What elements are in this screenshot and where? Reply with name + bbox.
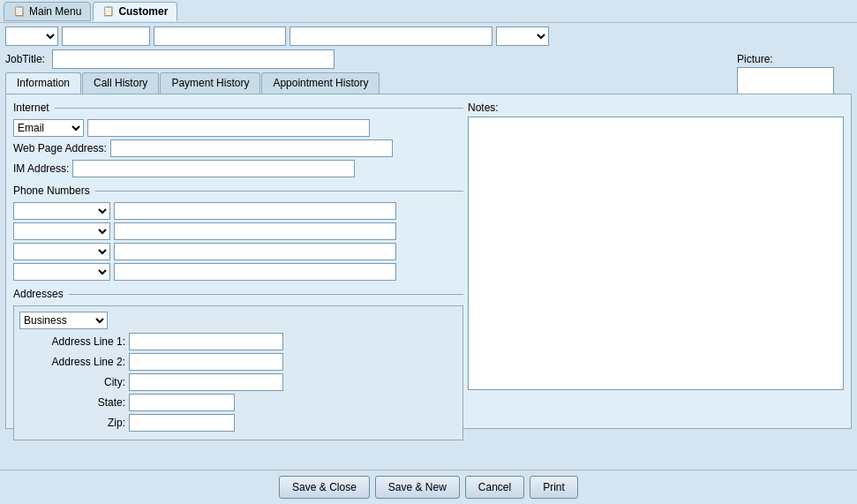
address-line1-input[interactable] bbox=[129, 333, 283, 350]
main-menu-tab[interactable]: 📋 Main Menu bbox=[4, 2, 91, 21]
phone-type-select-1[interactable]: BusinessHomeMobileFax bbox=[13, 202, 110, 220]
middle-name-input[interactable] bbox=[154, 26, 286, 46]
webpage-input[interactable] bbox=[110, 139, 393, 157]
address-line2-label: Address Line 2: bbox=[28, 356, 125, 368]
phone-type-select-3[interactable]: BusinessHomeMobileFax bbox=[13, 243, 110, 260]
state-row: State: bbox=[28, 394, 457, 411]
save-close-button[interactable]: Save & Close bbox=[279, 476, 370, 499]
phone-type-select-2[interactable]: BusinessHomeMobileFax bbox=[13, 222, 110, 240]
address-type-row: Business Home Other bbox=[19, 312, 457, 329]
zip-input[interactable] bbox=[129, 414, 235, 432]
phone-input-1[interactable] bbox=[114, 202, 396, 220]
main-menu-icon: 📋 bbox=[13, 5, 26, 17]
address-fields: Address Line 1: Address Line 2: City: bbox=[28, 333, 457, 432]
tab-information[interactable]: Information bbox=[5, 72, 81, 94]
print-button[interactable]: Print bbox=[530, 476, 578, 499]
picture-label: Picture: bbox=[737, 53, 843, 65]
suffix-select[interactable]: Jr. Sr. II III bbox=[496, 26, 549, 46]
state-label: State: bbox=[28, 396, 125, 409]
zip-row: Zip: bbox=[28, 414, 457, 432]
cancel-button[interactable]: Cancel bbox=[465, 476, 524, 499]
address-section-header: Addresses bbox=[13, 288, 463, 300]
notes-textarea[interactable] bbox=[468, 117, 844, 390]
address-line2-row: Address Line 2: bbox=[28, 353, 457, 371]
zip-label: Zip: bbox=[28, 417, 125, 429]
customer-label: Customer bbox=[118, 5, 168, 18]
address-box: Business Home Other Address Line 1: Addr… bbox=[13, 305, 463, 440]
jobtitle-label: JobTitle: bbox=[5, 53, 45, 65]
form-panel: Internet Email Home Work Other Web Page … bbox=[5, 94, 852, 429]
email-row: Email Home Work Other bbox=[13, 119, 463, 137]
phone-row-4: BusinessHomeMobileFax bbox=[13, 263, 463, 281]
customer-icon: 📋 bbox=[102, 5, 115, 17]
im-address-input[interactable] bbox=[72, 160, 355, 177]
tab-appointment-history[interactable]: Appointment History bbox=[261, 72, 380, 94]
im-address-row: IM Address: bbox=[13, 160, 463, 177]
phone-section-header: Phone Numbers bbox=[13, 184, 463, 197]
internet-label: Internet bbox=[13, 102, 49, 114]
phone-type-select-4[interactable]: BusinessHomeMobileFax bbox=[13, 263, 110, 281]
address-line2-input[interactable] bbox=[129, 353, 283, 371]
address-line1-label: Address Line 1: bbox=[28, 335, 125, 348]
phone-row-3: BusinessHomeMobileFax bbox=[13, 243, 463, 260]
city-label: City: bbox=[28, 376, 125, 388]
first-name-input[interactable] bbox=[62, 26, 150, 46]
phone-input-3[interactable] bbox=[114, 243, 396, 260]
last-name-input[interactable] bbox=[289, 26, 492, 46]
address-label: Addresses bbox=[13, 288, 64, 300]
right-panel: Notes: bbox=[468, 102, 844, 393]
jobtitle-row: JobTitle: bbox=[5, 49, 852, 69]
phone-row-1: BusinessHomeMobileFax bbox=[13, 202, 463, 220]
address-type-select[interactable]: Business Home Other bbox=[19, 312, 108, 329]
tab-payment-history[interactable]: Payment History bbox=[160, 72, 260, 94]
name-form-row: Mr. Ms. Mrs. Dr. Jr. Sr. II III bbox=[5, 26, 852, 46]
email-input[interactable] bbox=[87, 119, 370, 137]
phone-row-2: BusinessHomeMobileFax bbox=[13, 222, 463, 240]
webpage-row: Web Page Address: bbox=[13, 139, 463, 157]
form-tabs: Information Call History Payment History… bbox=[5, 72, 852, 94]
im-address-label: IM Address: bbox=[13, 162, 69, 175]
notes-label: Notes: bbox=[468, 102, 844, 114]
phone-input-4[interactable] bbox=[114, 263, 396, 281]
email-type-select[interactable]: Email Home Work Other bbox=[13, 119, 84, 137]
internet-section-header: Internet bbox=[13, 102, 463, 114]
city-row: City: bbox=[28, 373, 457, 391]
salutation-select[interactable]: Mr. Ms. Mrs. Dr. bbox=[5, 26, 58, 46]
main-menu-label: Main Menu bbox=[29, 5, 81, 18]
address-line1-row: Address Line 1: bbox=[28, 333, 457, 350]
phone-input-2[interactable] bbox=[114, 222, 396, 240]
save-new-button[interactable]: Save & New bbox=[375, 476, 460, 499]
bottom-bar: Save & Close Save & New Cancel Print bbox=[0, 470, 857, 504]
state-input[interactable] bbox=[129, 394, 235, 411]
customer-tab[interactable]: 📋 Customer bbox=[93, 2, 177, 21]
left-panel: Internet Email Home Work Other Web Page … bbox=[13, 102, 463, 440]
city-input[interactable] bbox=[129, 373, 283, 391]
webpage-label: Web Page Address: bbox=[13, 142, 107, 154]
tab-call-history[interactable]: Call History bbox=[82, 72, 159, 94]
jobtitle-input[interactable] bbox=[52, 49, 335, 69]
phone-label: Phone Numbers bbox=[13, 184, 90, 197]
